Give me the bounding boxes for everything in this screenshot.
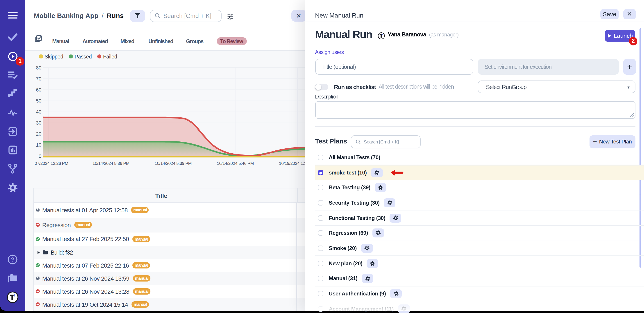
svg-text:30: 30 [36,120,42,126]
svg-text:40: 40 [36,109,42,115]
svg-text:07/2024 12:26 PM: 07/2024 12:26 PM [35,161,68,166]
svg-text:60: 60 [36,87,42,93]
svg-text:10/14/2024 5:36 PM: 10/14/2024 5:36 PM [92,161,130,166]
svg-text:10/14/2024 5:39 PM: 10/14/2024 5:39 PM [155,161,192,166]
svg-text:0: 0 [39,153,42,159]
svg-text:10/14/2024 5:46 PM: 10/14/2024 5:46 PM [217,161,254,166]
svg-text:20: 20 [36,131,42,137]
svg-text:50: 50 [36,98,42,104]
svg-text:70: 70 [36,76,42,82]
svg-text:?: ? [11,256,14,263]
svg-text:80: 80 [36,65,42,71]
svg-text:10: 10 [36,142,42,148]
